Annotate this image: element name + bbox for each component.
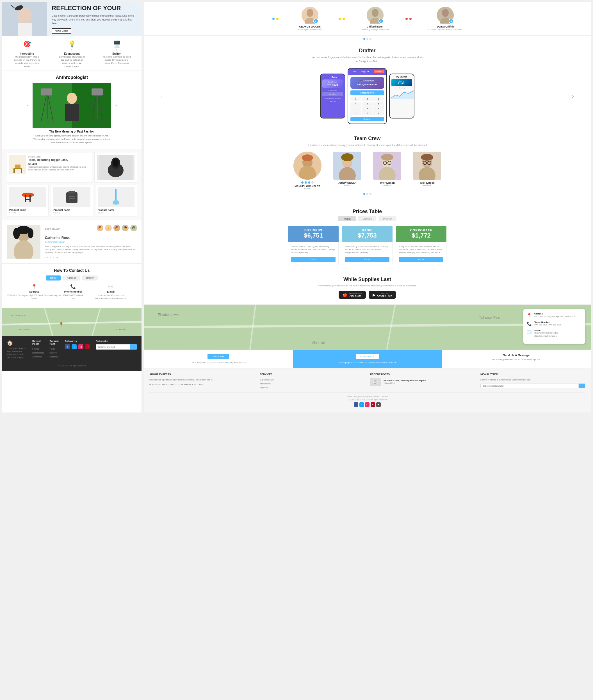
instagram-icon[interactable]: in xyxy=(78,344,83,349)
crew-nav-dot-2[interactable] xyxy=(366,193,368,195)
right-newsletter-email[interactable] xyxy=(480,384,579,388)
call-us-button[interactable]: Call Us Now xyxy=(207,354,229,359)
footer-right: ABOUT EXPERTS Dolorem eros a putamus pra… xyxy=(144,368,591,413)
contact-email: ✉️ E-mail name.surname@domain.com Name.A… xyxy=(84,284,137,300)
featured-title: Tesla, Reporting Bigger Loss, xyxy=(28,158,89,161)
key-5[interactable]: 5 xyxy=(362,102,373,106)
key-1[interactable]: 1 xyxy=(350,97,361,101)
newsletter-submit-button[interactable]: → xyxy=(130,344,137,350)
key-6[interactable]: 6 xyxy=(373,102,384,106)
google-play-button[interactable]: ▶ Get it on Google Play xyxy=(369,291,396,299)
popular-post-2[interactable]: Discover xyxy=(49,351,59,355)
price-tab-premier[interactable]: Premier xyxy=(379,216,396,221)
price-order-basic[interactable]: Order xyxy=(345,257,389,262)
mini-avatar-3: 👩 xyxy=(113,225,120,231)
price-order-corporate[interactable]: Order xyxy=(399,257,443,262)
crew-dot-4[interactable] xyxy=(311,181,314,184)
product-price-2: $2,001 xyxy=(53,211,90,214)
key-4[interactable]: 4 xyxy=(350,102,361,106)
svg-rect-33 xyxy=(69,191,75,193)
footer-subscribe-title: Subscribe xyxy=(96,340,137,343)
right-newsletter-submit[interactable]: → xyxy=(579,384,585,388)
read-more-button[interactable]: READ MORE xyxy=(52,28,71,34)
pinterest-icon[interactable]: P xyxy=(85,344,90,349)
price-tab-popular[interactable]: Popular xyxy=(338,216,356,221)
top-dots xyxy=(272,7,279,31)
footer-subscribe: Subscribe → xyxy=(96,340,137,359)
contact-tab-address[interactable]: Address xyxy=(63,275,80,280)
product-card-1: Product name $1,456 xyxy=(7,185,48,217)
crew-dot-2[interactable] xyxy=(305,181,307,184)
service-3[interactable]: Naperville xyxy=(260,386,364,390)
key-9[interactable]: 9 xyxy=(373,107,384,111)
price-amount-basic: $7,753 xyxy=(345,232,390,239)
key-3[interactable]: 3 xyxy=(373,97,384,101)
dot-1[interactable] xyxy=(363,38,365,40)
crew-nav-dot-1[interactable] xyxy=(363,193,365,195)
key-star[interactable]: * xyxy=(350,111,361,115)
footer-pi-icon[interactable]: P xyxy=(370,402,375,407)
address-icon: 📍 xyxy=(7,284,62,289)
phone-next-btn[interactable]: › xyxy=(572,93,574,99)
popular-post-1[interactable]: Tracks xyxy=(49,347,59,351)
recent-post-1[interactable]: Friends xyxy=(32,347,44,351)
twitter-icon[interactable]: t xyxy=(72,344,77,349)
dot-2[interactable] xyxy=(366,38,368,40)
footer-yt-icon[interactable]: ▶ xyxy=(376,402,381,407)
price-order-business[interactable]: Order xyxy=(291,257,335,262)
contact-tabs: Office Address Border xyxy=(7,275,137,280)
social-link-3[interactable]: in xyxy=(49,256,51,259)
anthro-prev-btn[interactable]: ‹ xyxy=(27,103,28,108)
footer-recent-links: Friends Randomness Adventures xyxy=(32,347,44,359)
step-3-title: Switch xyxy=(103,52,131,55)
product-card-2: Product name $2,001 xyxy=(51,185,93,217)
service-1[interactable]: Business Leads xyxy=(260,378,364,382)
footer-tw-icon[interactable]: t xyxy=(359,402,364,407)
crew-dot-3[interactable] xyxy=(308,181,310,184)
crew-nav-dot-3[interactable] xyxy=(369,193,371,195)
app-store-button[interactable]: 🍎 Download on the App Store xyxy=(339,291,365,299)
map-phone-text: Phone Number (800) 316-3195 (300) 516-31… xyxy=(534,321,561,326)
contact-tab-office[interactable]: Office xyxy=(46,275,61,280)
newsletter-email-input[interactable] xyxy=(96,344,130,350)
post-title-1[interactable]: Beatrice Cross, her65 queen of crispers xyxy=(384,379,426,382)
map-phone-detail: (800) 316-3195 (300) 516-3195 xyxy=(534,323,561,326)
crew-dot-1[interactable] xyxy=(301,181,304,184)
phone-field-input-1[interactable]: John Doe xyxy=(322,92,343,96)
phone-detail: 324-816-5470 560-864-6128 xyxy=(62,294,84,300)
top-person-1: ★ GEORGE WOODS Art Designer, in Thiamtow… xyxy=(298,7,322,31)
footer-ig-icon[interactable]: in xyxy=(365,402,369,407)
phone-shopping-btn[interactable]: Shopping Now xyxy=(350,90,384,95)
phone-prev-btn[interactable]: ‹ xyxy=(161,93,163,99)
map-left: Arrondale parks Calderdale Esplanade 📍 xyxy=(2,308,142,336)
dot-3[interactable] xyxy=(369,38,371,40)
phone-confirm-btn[interactable]: Confirm xyxy=(350,117,384,121)
recent-post-2[interactable]: Randomness xyxy=(32,351,44,355)
featured-member-desc: Each pretty people so many articles of f… xyxy=(45,245,137,255)
anthro-next-btn[interactable]: › xyxy=(115,103,117,108)
social-link-2[interactable]: t xyxy=(47,256,48,259)
drafter-quote: We can easily forgive a child who is afr… xyxy=(311,55,424,64)
popular-post-3[interactable]: Messenger xyxy=(49,355,59,359)
key-hash[interactable]: # xyxy=(373,111,384,115)
service-2[interactable]: International xyxy=(260,382,364,386)
key-2[interactable]: 2 xyxy=(362,97,373,101)
key-0[interactable]: 0 xyxy=(362,111,373,115)
facebook-icon[interactable]: f xyxy=(65,344,70,349)
footer-follow-title: Follow Us xyxy=(65,340,90,343)
svg-text:Esplanade: Esplanade xyxy=(19,328,30,331)
mini-avatars: 👩 👱 👩 👦 👩 xyxy=(96,225,137,231)
footer-fb-icon[interactable]: f xyxy=(354,402,358,407)
social-link-4[interactable]: P xyxy=(53,256,54,259)
recent-post-3[interactable]: Adventures xyxy=(32,355,44,359)
price-tab-ultimate[interactable]: Ultimate xyxy=(358,216,376,221)
visit-us-button[interactable]: Come Visit Us xyxy=(356,354,379,359)
contact-tab-border[interactable]: Border xyxy=(82,275,98,280)
svg-point-47 xyxy=(28,228,33,238)
social-link-1[interactable]: f xyxy=(45,256,45,259)
social-link-5[interactable]: ★ xyxy=(56,256,58,259)
featured-desc: Coco looking at pictures of rebates and … xyxy=(28,166,89,171)
key-7[interactable]: 7 xyxy=(350,107,361,111)
key-8[interactable]: 8 xyxy=(362,107,373,111)
price-body-corporate: It may sound a bit like an army bunker, … xyxy=(396,242,446,265)
